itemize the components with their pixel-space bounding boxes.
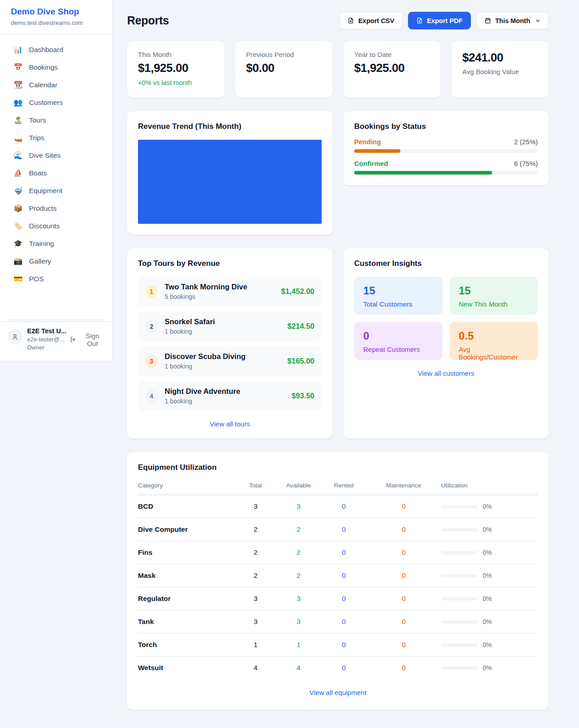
revenue-trend-title: Revenue Trend (This Month) — [138, 122, 322, 131]
utilization-meter: 0% — [441, 595, 538, 602]
insight-tiles: 15 Total Customers 15 New This Month 0 R… — [354, 277, 538, 360]
cell-maintenance: 0 — [366, 657, 441, 680]
user-info: E2E Test U... e2e-tester@... Owner — [27, 327, 65, 352]
export-csv-button[interactable]: Export CSV — [339, 12, 403, 29]
stat-value: $241.00 — [462, 51, 538, 65]
user-name: E2E Test U... — [27, 327, 65, 335]
cell-total: 2 — [235, 541, 276, 564]
cell-total: 2 — [235, 564, 276, 587]
rank-badge: 1 — [145, 285, 158, 298]
page-title: Reports — [127, 14, 169, 27]
shop-name: Demo Dive Shop — [11, 7, 101, 17]
rank-badge: 4 — [145, 390, 158, 402]
stat-card-avg-booking-value: $241.00 Avg Booking Value — [451, 41, 549, 98]
tour-revenue: $1,452.00 — [281, 287, 314, 296]
progress-track — [354, 149, 538, 153]
progress-track — [354, 171, 538, 175]
sidebar-item-training[interactable]: 🎓 Training — [7, 235, 105, 252]
tour-row: 3 Discover Scuba Diving 1 booking $165.0… — [138, 346, 322, 376]
tile-label: Total Customers — [363, 300, 433, 308]
sidebar-nav: 📊 Dashboard 📅 Bookings 📆 Calendar 👥 Cust… — [0, 34, 112, 321]
utilization-percent: 0% — [483, 664, 492, 671]
utilization-track — [441, 643, 477, 647]
stat-delta: +0% vs last month — [138, 79, 214, 86]
export-csv-label: Export CSV — [358, 17, 394, 24]
sidebar-item-label: Products — [29, 204, 57, 213]
cell-utilization: 0% — [441, 541, 538, 564]
file-export-icon — [416, 17, 423, 24]
cell-total: 1 — [235, 633, 276, 657]
stat-value: $0.00 — [246, 61, 322, 75]
view-all-tours-link[interactable]: View all tours — [138, 420, 322, 428]
chevron-down-icon — [535, 18, 541, 24]
sidebar-item-calendar[interactable]: 📆 Calendar — [7, 76, 105, 94]
sidebar-item-discounts[interactable]: 🏷️ Discounts — [7, 217, 105, 235]
sidebar-item-pos[interactable]: 💳 POS — [7, 270, 105, 288]
cell-total: 4 — [235, 657, 276, 680]
insight-tile-avg-bookings: 0.5 Avg Bookings/Customer — [450, 322, 538, 360]
stat-value: $1,925.00 — [138, 61, 214, 75]
tour-bookings: 1 booking — [165, 363, 246, 370]
sidebar-item-label: Trips — [29, 134, 44, 142]
stat-label: Year to Date — [354, 51, 430, 58]
status-count: 6 (75%) — [514, 160, 538, 167]
utilization-track — [441, 667, 477, 670]
utilization-percent: 0% — [483, 526, 492, 533]
sidebar-item-dashboard[interactable]: 📊 Dashboard — [7, 41, 105, 58]
utilization-meter: 0% — [441, 641, 538, 648]
sidebar-item-label: Tours — [29, 116, 46, 124]
bookings-by-status-card: Bookings by Status Pending 2 (25%) Confi… — [343, 111, 549, 185]
cell-maintenance: 0 — [366, 587, 441, 610]
user-role: Owner — [27, 344, 65, 352]
sidebar-item-customers[interactable]: 👥 Customers — [7, 94, 105, 111]
export-pdf-button[interactable]: Export PDF — [408, 12, 471, 29]
sidebar-item-bookings[interactable]: 📅 Bookings — [7, 58, 105, 76]
bookings-icon: 📅 — [14, 63, 23, 71]
equipment-table: Category Total Available Rented Maintena… — [138, 477, 538, 679]
period-dropdown[interactable]: This Month — [476, 12, 549, 29]
status-group-confirmed: Confirmed 6 (75%) — [354, 160, 538, 175]
sidebar-item-gallery[interactable]: 📸 Gallery — [7, 252, 105, 270]
status-group-pending: Pending 2 (25%) — [354, 138, 538, 153]
sidebar-item-boats[interactable]: ⛵ Boats — [7, 164, 105, 182]
sidebar-item-equipment[interactable]: 🤿 Equipment — [7, 182, 105, 199]
dive-sites-icon: 🌊 — [14, 151, 23, 160]
sidebar-item-tours[interactable]: 🏝️ Tours — [7, 111, 105, 129]
utilization-track — [441, 505, 477, 508]
tour-revenue: $93.50 — [292, 392, 314, 400]
table-row: Fins22000% — [138, 541, 538, 564]
tile-value: 0.5 — [459, 330, 529, 342]
tour-bookings: 1 booking — [165, 397, 240, 405]
cell-available: 4 — [276, 657, 321, 680]
tour-revenue: $165.00 — [287, 357, 314, 365]
bookings-by-status-title: Bookings by Status — [354, 122, 538, 131]
sidebar-item-trips[interactable]: 🚤 Trips — [7, 129, 105, 147]
sign-out-button[interactable]: Sign Out — [70, 327, 105, 347]
tour-info: Discover Scuba Diving 1 booking — [165, 352, 246, 370]
cell-utilization: 0% — [441, 657, 538, 680]
progress-fill — [354, 171, 492, 175]
tile-value: 15 — [363, 284, 433, 297]
cell-category: Mask — [138, 564, 235, 587]
table-row: Torch11000% — [138, 633, 538, 657]
cell-category: Fins — [138, 541, 235, 564]
tour-bookings: 1 booking — [165, 328, 215, 335]
column-header: Maintenance — [366, 477, 441, 495]
user-email: e2e-tester@... — [27, 336, 65, 344]
insight-tile-total-customers: 15 Total Customers — [354, 277, 442, 315]
top-tours-card: Top Tours by Revenue 1 Two Tank Morning … — [127, 248, 332, 439]
sidebar-item-label: Customers — [29, 99, 63, 107]
sidebar-item-dive-sites[interactable]: 🌊 Dive Sites — [7, 147, 105, 164]
insight-tile-repeat-customers: 0 Repeat Customers — [354, 322, 442, 360]
status-label: Confirmed — [354, 160, 388, 167]
sidebar-item-products[interactable]: 📦 Products — [7, 199, 105, 217]
view-all-equipment-link[interactable]: View all equipment — [138, 689, 538, 696]
cell-rented: 0 — [321, 518, 366, 541]
tile-value: 15 — [459, 284, 529, 297]
utilization-meter: 0% — [441, 503, 538, 510]
cell-available: 3 — [276, 495, 321, 518]
utilization-meter: 0% — [441, 572, 538, 579]
cell-maintenance: 0 — [366, 541, 441, 564]
sidebar-item-label: Discounts — [29, 222, 60, 230]
view-all-customers-link[interactable]: View all customers — [354, 369, 538, 377]
